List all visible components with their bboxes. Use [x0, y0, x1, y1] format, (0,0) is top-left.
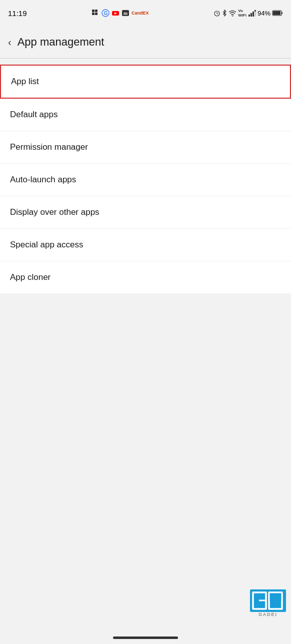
- menu-item-default-apps-label: Default apps: [10, 110, 58, 120]
- menu-item-auto-launch-label: Auto-launch apps: [10, 175, 76, 185]
- menu-item-display-over[interactable]: Display over other apps: [0, 196, 291, 229]
- menu-list: App list Default apps Permission manager…: [0, 65, 291, 293]
- wifi-icon: [228, 10, 236, 17]
- status-right-icons: VoWiFi 94%: [214, 9, 283, 18]
- page-title: App management: [18, 36, 104, 49]
- svg-point-13: [232, 16, 233, 17]
- google-icon: G: [102, 9, 110, 17]
- svg-rect-1: [95, 10, 98, 12]
- svg-rect-0: [92, 10, 94, 12]
- svg-rect-14: [248, 15, 250, 17]
- menu-item-special-access-label: Special app access: [10, 240, 83, 250]
- status-bar: 11:19 G m CandEX: [0, 0, 291, 26]
- candex-icon: CandEX: [132, 11, 149, 16]
- menu-item-default-apps[interactable]: Default apps: [0, 99, 291, 131]
- menu-item-special-access[interactable]: Special app access: [0, 229, 291, 261]
- menu-item-app-list-label: App list: [11, 77, 39, 87]
- header: ‹ App management: [0, 26, 291, 58]
- menu-item-app-cloner-label: App cloner: [10, 272, 50, 282]
- svg-rect-16: [252, 12, 254, 17]
- grid-icon: [92, 9, 100, 17]
- svg-rect-15: [250, 13, 252, 17]
- svg-text:G: G: [104, 11, 108, 16]
- alarm-icon: [214, 10, 220, 17]
- youtube-icon: [112, 9, 120, 17]
- menu-item-display-over-label: Display over other apps: [10, 207, 100, 217]
- watermark: GADEI: [250, 589, 286, 619]
- bluetooth-icon: [222, 10, 227, 17]
- back-button[interactable]: ‹: [8, 37, 12, 48]
- message-icon: m: [122, 9, 130, 17]
- battery-level: 94%: [258, 10, 270, 17]
- menu-item-permission-manager-label: Permission manager: [10, 142, 88, 152]
- svg-text:GADEI: GADEI: [258, 612, 278, 617]
- header-divider: [0, 58, 291, 59]
- svg-rect-22: [282, 12, 282, 14]
- svg-rect-28: [270, 594, 280, 601]
- vowifi-icon: VoWiFi: [238, 9, 246, 18]
- svg-rect-2: [92, 13, 94, 15]
- menu-item-app-cloner[interactable]: App cloner: [0, 261, 291, 293]
- menu-item-app-list[interactable]: App list: [0, 65, 291, 99]
- svg-line-12: [217, 14, 218, 14]
- menu-item-auto-launch[interactable]: Auto-launch apps: [0, 164, 291, 196]
- status-icons: G m CandEX: [92, 9, 149, 17]
- battery-icon: [272, 10, 283, 17]
- status-time: 11:19: [8, 9, 27, 18]
- gadei-logo: GADEI: [250, 589, 286, 617]
- svg-rect-21: [273, 11, 280, 15]
- home-indicator: [113, 636, 178, 639]
- svg-rect-3: [95, 13, 98, 15]
- svg-text:m: m: [124, 11, 128, 16]
- signal-icon: [248, 10, 256, 17]
- menu-item-permission-manager[interactable]: Permission manager: [0, 131, 291, 164]
